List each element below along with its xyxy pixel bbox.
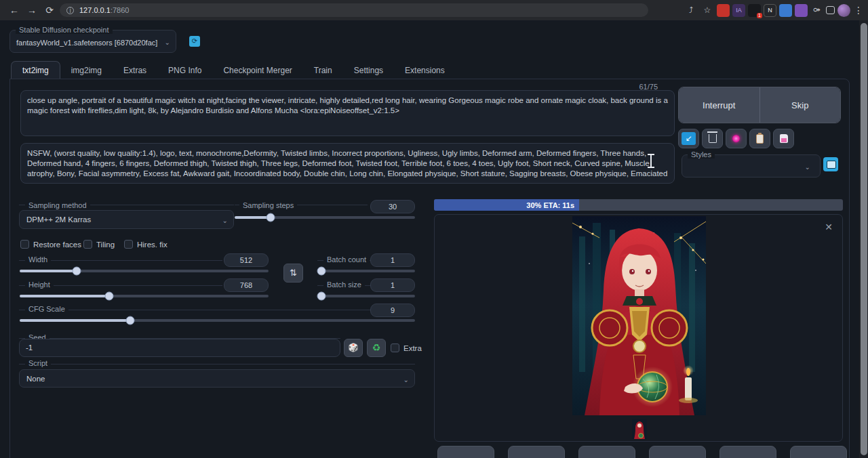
extra-networks-button[interactable] (726, 129, 747, 148)
reuse-seed-button[interactable]: ♻ (367, 339, 386, 357)
send-to-extras-button[interactable] (719, 446, 776, 458)
batch-size-input[interactable]: 1 (370, 278, 415, 292)
progress-text: 30% ETA: 11s (526, 201, 574, 209)
chevron-down-icon: ⌄ (222, 217, 228, 224)
tab-png-info[interactable]: PNG Info (157, 62, 212, 79)
save-image-button[interactable] (437, 446, 494, 458)
close-icon[interactable]: ✕ (825, 222, 833, 232)
batch-count-slider[interactable] (317, 270, 415, 272)
hires-fix-checkbox[interactable]: Hires. fix (124, 240, 167, 249)
main-tabs: txt2img img2img Extras PNG Info Checkpoi… (11, 60, 456, 79)
checkpoint-dropdown[interactable]: Stable Diffusion checkpoint fantasyWorld… (9, 30, 176, 53)
checkpoint-label: Stable Diffusion checkpoint (16, 26, 113, 34)
tab-settings[interactable]: Settings (343, 62, 394, 79)
extra-seed-checkbox[interactable]: Extra (391, 344, 422, 352)
scrollbar-thumb[interactable] (861, 23, 867, 455)
width-slider[interactable] (20, 270, 269, 272)
tab-train[interactable]: Train (303, 62, 343, 79)
browser-menu-icon[interactable]: ⋮ (853, 5, 864, 16)
extension-icon-blue[interactable] (779, 4, 792, 17)
sampling-steps-slider[interactable] (235, 216, 415, 219)
styles-label: Styles (688, 150, 715, 159)
random-seed-button[interactable]: 🎲 (344, 339, 363, 357)
tab-checkpoint-merger[interactable]: Checkpoint Merger (212, 62, 302, 79)
url-host: 127.0.0.1 (79, 6, 111, 14)
side-panel-icon[interactable] (826, 6, 835, 14)
script-label: Script (25, 359, 51, 367)
send-to-img2img-button[interactable] (578, 446, 635, 458)
address-bar[interactable]: i 127.0.0.1 :7860 (60, 3, 648, 17)
slider-thumb[interactable] (317, 267, 326, 276)
tab-img2img[interactable]: img2img (60, 62, 113, 79)
slider-thumb[interactable] (73, 267, 81, 276)
cfg-scale-slider[interactable] (20, 319, 415, 322)
extension-icon-n[interactable]: N (764, 4, 776, 17)
page-scrollbar (859, 20, 868, 458)
bookmark-star-icon[interactable]: ☆ (701, 5, 714, 15)
extension-icon-purple[interactable] (795, 4, 808, 17)
divider (19, 310, 415, 310)
skip-button[interactable]: Skip (760, 87, 841, 123)
gallery-thumbnail[interactable] (632, 419, 647, 439)
negative-prompt-input[interactable]: NSFW, (worst quality, low quality:1.4), … (20, 143, 675, 184)
generated-image[interactable] (572, 216, 706, 415)
seed-input[interactable]: -1 (19, 339, 340, 357)
batch-size-label: Batch size (323, 280, 365, 289)
tiling-checkbox[interactable]: Tiling (83, 240, 115, 249)
reload-icon[interactable]: ⟳ (41, 5, 58, 16)
sampling-method-dropdown[interactable]: DPM++ 2M Karras ⌄ (19, 210, 234, 229)
refresh-checkpoint-button[interactable]: ⟳ (189, 36, 200, 47)
batch-size-slider[interactable] (317, 295, 415, 297)
tab-extensions[interactable]: Extensions (394, 62, 456, 79)
sampling-method-value: DPM++ 2M Karras (20, 211, 233, 224)
site-info-icon[interactable]: i (66, 7, 74, 14)
save-zip-button[interactable] (508, 446, 565, 458)
extension-icon-ia[interactable]: IA (732, 4, 745, 17)
run-button-group: Interrupt Skip (678, 87, 841, 123)
profile-avatar[interactable] (837, 4, 850, 17)
cfg-scale-input[interactable]: 9 (370, 304, 415, 317)
extensions-puzzle-icon[interactable]: ⚩ (810, 4, 823, 17)
sampling-steps-input[interactable]: 30 (370, 200, 415, 213)
prompt-input[interactable]: close up angle, portrait of a beautiful … (20, 90, 675, 136)
apply-styles-button[interactable] (749, 129, 770, 148)
checkbox-icon[interactable] (83, 240, 92, 249)
batch-count-label: Batch count (323, 255, 370, 264)
slider-thumb[interactable] (267, 213, 275, 222)
cfg-scale-label: CFG Scale (25, 305, 68, 313)
refresh-styles-button[interactable] (823, 157, 838, 171)
styles-dropdown[interactable]: Styles ⌄ (682, 154, 821, 178)
width-input[interactable]: 512 (224, 253, 269, 267)
open-folder-button[interactable] (790, 446, 847, 458)
chevron-down-icon: ⌄ (805, 163, 810, 171)
send-to-inpaint-button[interactable] (649, 446, 706, 458)
height-label: Height (25, 280, 54, 289)
script-dropdown[interactable]: None ⌄ (19, 369, 415, 388)
progress-bar: 30% ETA: 11s (434, 199, 843, 211)
restore-faces-checkbox[interactable]: Restore faces (20, 240, 81, 249)
forward-icon[interactable]: → (23, 5, 41, 16)
share-icon[interactable]: ⤴ (684, 5, 698, 15)
height-slider[interactable] (20, 295, 269, 297)
height-input[interactable]: 768 (224, 278, 269, 292)
save-style-button[interactable] (773, 129, 794, 148)
checkbox-icon[interactable] (20, 240, 29, 249)
interrupt-button[interactable]: Interrupt (679, 87, 760, 123)
app-window: ← → ⟳ i 127.0.0.1 :7860 ⤴ ☆ IA 1 N ⚩ ⋮ S… (0, 0, 868, 458)
swap-dimensions-button[interactable]: ⇅ (283, 264, 303, 283)
paste-generation-params-button[interactable]: ↙ (678, 129, 699, 148)
divider (19, 364, 415, 365)
back-icon[interactable]: ← (5, 5, 23, 16)
checkbox-icon[interactable] (391, 344, 399, 352)
slider-thumb[interactable] (105, 292, 114, 301)
checkbox-icon[interactable] (124, 240, 133, 249)
slider-thumb[interactable] (317, 292, 326, 301)
tab-txt2img[interactable]: txt2img (11, 61, 60, 79)
extension-icon-red[interactable] (717, 4, 730, 17)
batch-count-input[interactable]: 1 (370, 253, 415, 267)
slider-thumb[interactable] (126, 316, 135, 325)
extra-networks-icon (732, 135, 740, 142)
tab-extras[interactable]: Extras (113, 62, 157, 79)
clear-prompt-button[interactable] (702, 129, 723, 148)
extension-icon-dark[interactable]: 1 (748, 4, 761, 17)
